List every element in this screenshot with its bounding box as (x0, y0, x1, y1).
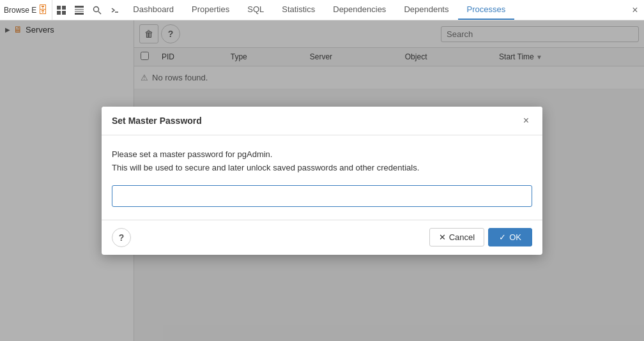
modal-actions: ✕ Cancel ✓ OK (429, 228, 532, 246)
tab-statistics[interactable]: Statistics (273, 0, 324, 20)
svg-point-8 (94, 6, 99, 11)
modal-overlay: Set Master Password × Please set a maste… (0, 20, 644, 341)
tabs-area: Dashboard Properties SQL Statistics Depe… (124, 0, 626, 20)
browse-label: Browse E (4, 6, 36, 15)
tab-sql[interactable]: SQL (238, 0, 273, 20)
cancel-button[interactable]: ✕ Cancel (429, 228, 484, 246)
main-area: ▶ 🖥 Servers 🗑 ? (0, 20, 644, 341)
terminal-icon (111, 6, 119, 15)
grid-icon (57, 6, 66, 15)
svg-rect-4 (75, 6, 84, 8)
svg-rect-0 (57, 6, 61, 10)
modal-footer: ? ✕ Cancel ✓ OK (102, 220, 542, 255)
svg-rect-6 (75, 11, 84, 11)
svg-rect-2 (57, 11, 61, 15)
svg-rect-5 (75, 9, 84, 10)
modal-body: Please set a master password for pgAdmin… (102, 135, 542, 220)
ok-button[interactable]: ✓ OK (488, 228, 532, 246)
tab-properties[interactable]: Properties (183, 0, 238, 20)
table-icon (75, 6, 84, 15)
browse-db-icon: 🗄 (38, 4, 48, 16)
tab-dependents[interactable]: Dependents (395, 0, 457, 20)
modal-header: Set Master Password × (102, 107, 542, 135)
ok-check-icon: ✓ (499, 232, 506, 242)
tab-processes[interactable]: Processes (458, 0, 515, 20)
search-icon (93, 6, 102, 15)
window-close-button[interactable]: × (626, 1, 644, 19)
modal-help-button[interactable]: ? (112, 228, 131, 247)
modal-description: Please set a master password for pgAdmin… (112, 148, 532, 175)
tab-dashboard[interactable]: Dashboard (124, 0, 183, 20)
cancel-x-icon: ✕ (439, 232, 446, 242)
browse-section: Browse E 🗄 (0, 0, 52, 20)
search-icon-btn[interactable] (88, 1, 106, 19)
set-master-password-modal: Set Master Password × Please set a maste… (102, 107, 542, 255)
master-password-input[interactable] (112, 185, 532, 207)
svg-rect-1 (62, 6, 66, 10)
modal-close-button[interactable]: × (520, 114, 532, 127)
svg-rect-7 (75, 13, 84, 15)
grid-icon-btn[interactable] (52, 1, 70, 19)
modal-help-icon: ? (119, 232, 125, 243)
modal-title: Set Master Password (112, 116, 202, 126)
terminal-icon-btn[interactable] (106, 1, 124, 19)
tab-dependencies[interactable]: Dependencies (324, 0, 395, 20)
top-navigation: Browse E 🗄 Dashboard Properties SQL (0, 0, 644, 20)
svg-line-9 (98, 11, 101, 14)
svg-rect-3 (62, 11, 66, 15)
table-icon-btn[interactable] (70, 1, 88, 19)
